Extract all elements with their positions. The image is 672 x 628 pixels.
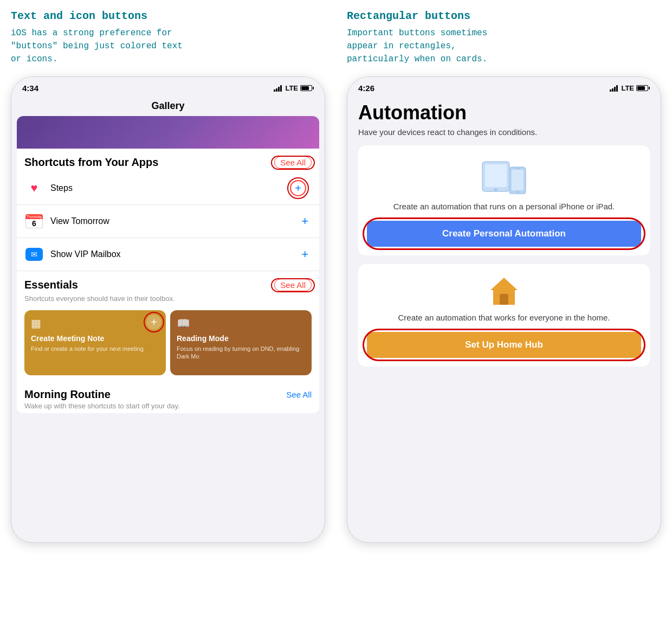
create-personal-automation-button[interactable]: Create Personal Automation [367,221,641,247]
essentials-see-all-wrapper[interactable]: See All [274,280,312,290]
mailbox-icon: ✉ [24,245,44,264]
right-status-time: 4:26 [358,84,374,93]
svg-rect-8 [500,294,508,305]
battery-icon [300,85,314,91]
gallery-title: Gallery [151,100,184,111]
tomorrow-icon: Thursday 6 [24,212,44,231]
meeting-add-wrapper[interactable]: + [146,315,161,330]
shortcuts-see-all[interactable]: See All [274,156,312,169]
right-battery-icon [636,85,650,91]
reading-card-desc: Focus on reading by turning on DND, enab… [177,345,305,361]
right-lte-label: LTE [621,84,634,92]
left-status-icons: LTE [274,84,314,92]
right-column-header: Rectangular buttons Important buttons so… [347,10,661,66]
cal-day-label: Thursday [25,214,43,219]
essentials-title: Essentials [24,279,78,291]
meeting-card-desc: Find or create a note for your next meet… [31,345,159,353]
shortcuts-title: Shortcuts from Your Apps [24,156,158,169]
right-title: Rectangular buttons [347,10,661,22]
morning-section: Morning Routine See All Wake up with the… [17,381,319,413]
set-up-home-hub-button[interactable]: Set Up Home Hub [367,332,641,358]
personal-card-desc: Create an automation that runs on a pers… [367,201,641,212]
right-signal-icon [610,85,618,92]
home-automation-card: Create an automation that works for ever… [358,264,650,367]
tomorrow-add-icon[interactable]: + [301,214,308,228]
morning-title: Morning Routine [24,388,111,401]
create-meeting-card[interactable]: ▦ + Create Meeting Note Find or create a… [24,310,166,375]
automation-title: Automation [358,101,650,124]
left-title: Text and icon buttons [11,10,325,22]
svg-rect-6 [515,168,520,169]
shortcut-item-mailbox[interactable]: ✉ Show VIP Mailbox + [17,238,319,271]
purple-banner [17,116,319,149]
morning-see-all[interactable]: See All [286,390,312,399]
reading-mode-card[interactable]: 📖 Reading Mode Focus on reading by turni… [170,310,312,375]
shortcuts-grid: ▦ + Create Meeting Note Find or create a… [17,305,319,381]
mailbox-label: Show VIP Mailbox [50,249,301,259]
meeting-add-border [144,312,164,332]
left-desc: iOS has a strong preference for"buttons"… [11,27,325,66]
left-status-bar: 4:34 LTE [11,77,325,96]
right-status-icons: LTE [610,84,650,92]
left-status-time: 4:34 [22,84,38,93]
house-icon-container [367,275,641,307]
essentials-see-all[interactable]: See All [274,279,312,291]
left-phone: 4:34 LTE Gallery [11,76,325,543]
personal-automation-card: Create an automation that runs on a pers… [358,145,650,255]
steps-icon: ♥ [24,178,44,198]
shortcuts-header: Shortcuts from Your Apps See All [17,149,319,172]
home-hub-btn-wrapper[interactable]: Set Up Home Hub [367,332,641,358]
meeting-grid-icon: ▦ [31,317,159,330]
right-desc: Important buttons sometimesappear in rec… [347,27,661,66]
create-personal-btn-wrapper[interactable]: Create Personal Automation [367,221,641,247]
mailbox-add-icon[interactable]: + [301,247,308,261]
essentials-header: Essentials See All [17,271,319,294]
shortcuts-see-all-wrapper[interactable]: See All [274,158,312,168]
gallery-nav: Gallery [11,96,325,116]
meeting-card-title: Create Meeting Note [31,334,159,343]
home-card-desc: Create an automation that works for ever… [367,312,641,323]
signal-icon [274,85,282,92]
devices-svg-icon [480,156,528,194]
reading-card-title: Reading Mode [177,334,305,343]
morning-desc: Wake up with these shortcuts to start of… [24,402,312,410]
lte-label: LTE [285,84,298,92]
steps-add-button[interactable]: + [290,180,306,196]
svg-rect-4 [512,170,524,190]
shortcut-item-steps[interactable]: ♥ Steps + [17,172,319,205]
svg-point-2 [494,188,497,191]
cal-date-num: 6 [25,219,43,228]
svg-rect-1 [485,164,507,187]
meeting-add-icon[interactable]: + [146,315,161,330]
essentials-desc: Shortcuts everyone should have in their … [17,294,319,305]
steps-label: Steps [50,183,290,193]
heart-icon: ♥ [30,181,37,195]
reading-book-icon: 📖 [177,317,305,330]
automation-content: Automation Have your devices react to ch… [347,101,661,386]
mail-icon: ✉ [25,248,43,261]
left-column-header: Text and icon buttons iOS has a strong p… [11,10,325,66]
house-svg-icon [488,275,520,307]
shortcut-item-tomorrow[interactable]: Thursday 6 View Tomorrow + [17,205,319,238]
right-status-bar: 4:26 LTE [347,77,661,96]
svg-point-5 [516,191,519,194]
steps-add-icon[interactable]: + [290,180,306,196]
automation-subtitle: Have your devices react to changes in co… [358,127,650,137]
device-icons [367,156,641,194]
right-phone: 4:26 LTE Automation Have your [347,76,661,543]
tomorrow-label: View Tomorrow [50,216,301,226]
